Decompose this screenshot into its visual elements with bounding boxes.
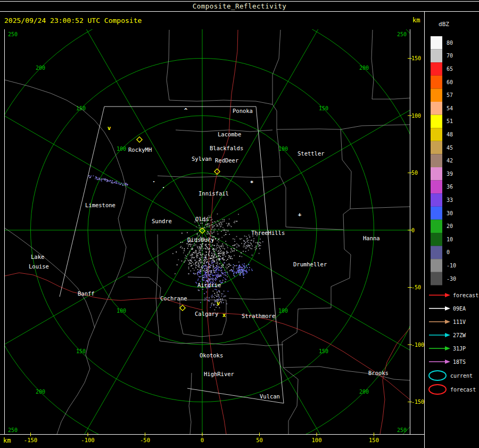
radar-echo bbox=[104, 179, 105, 180]
dbz-swatch bbox=[431, 181, 442, 194]
radar-echo bbox=[214, 245, 215, 246]
radar-echo bbox=[95, 176, 96, 177]
ring-distance-label: 100 bbox=[117, 146, 126, 152]
county-boundary bbox=[5, 228, 95, 328]
county-boundary bbox=[350, 207, 410, 209]
radar-echo bbox=[211, 297, 212, 298]
radar-echo bbox=[222, 219, 223, 221]
radar-echo bbox=[218, 266, 219, 267]
radar-echo bbox=[226, 232, 227, 233]
town-label: Didsbury bbox=[187, 237, 214, 243]
radar-echo bbox=[200, 248, 201, 249]
range-ring bbox=[0, 0, 479, 448]
radar-echo bbox=[233, 275, 234, 276]
radar-echo bbox=[201, 259, 202, 260]
radar-echo bbox=[217, 259, 218, 260]
radar-echo bbox=[195, 251, 196, 252]
radar-echo bbox=[234, 255, 235, 256]
radar-echo bbox=[209, 227, 210, 228]
radar-echo bbox=[242, 267, 243, 268]
radar-echo bbox=[260, 245, 261, 246]
radar-echo bbox=[177, 264, 178, 265]
county-boundary bbox=[277, 129, 286, 227]
radar-echo bbox=[245, 242, 246, 243]
radar-echo bbox=[202, 247, 203, 248]
radar-echo bbox=[240, 271, 241, 272]
azimuth-spoke bbox=[32, 0, 202, 230]
radar-echo bbox=[207, 224, 208, 225]
storm-vector-arrowhead-icon bbox=[445, 346, 450, 351]
radar-echo bbox=[185, 257, 186, 258]
radar-echo bbox=[219, 297, 220, 298]
radar-echo bbox=[188, 264, 189, 265]
radar-echo bbox=[217, 243, 218, 245]
radar-echo bbox=[207, 267, 208, 268]
radar-echo bbox=[204, 257, 205, 258]
radar-echo bbox=[212, 295, 213, 296]
bottom-axis-label: 50 bbox=[256, 437, 263, 443]
town-label: Lacombe bbox=[218, 131, 241, 137]
radar-echo bbox=[216, 307, 217, 308]
radar-echo bbox=[227, 246, 228, 247]
radar-echo bbox=[121, 183, 122, 184]
dbz-value: 80 bbox=[447, 40, 453, 46]
radar-echo bbox=[251, 248, 252, 249]
ring-distance-label: 250 bbox=[397, 427, 407, 433]
radar-echo bbox=[209, 250, 210, 251]
radar-echo bbox=[204, 271, 205, 272]
radar-echo bbox=[196, 255, 197, 256]
county-boundary bbox=[158, 176, 280, 177]
radar-echo bbox=[234, 276, 235, 277]
radar-echo bbox=[97, 179, 98, 180]
radar-echo bbox=[226, 244, 227, 245]
radar-echo bbox=[235, 245, 236, 246]
radar-echo bbox=[115, 183, 117, 184]
radar-echo bbox=[236, 250, 237, 251]
radar-echo bbox=[123, 183, 125, 184]
radar-echo bbox=[192, 249, 193, 250]
radar-echo bbox=[246, 236, 247, 237]
radar-echo bbox=[209, 248, 210, 249]
radar-echo bbox=[238, 214, 239, 215]
radar-echo bbox=[196, 252, 197, 254]
county-boundary bbox=[282, 342, 298, 434]
radar-echo bbox=[208, 269, 209, 270]
radar-echo bbox=[209, 217, 210, 218]
radar-echo bbox=[224, 252, 225, 253]
radar-echo bbox=[222, 222, 224, 223]
radar-echo bbox=[200, 273, 201, 274]
radar-echo bbox=[207, 297, 208, 298]
radar-echo bbox=[200, 227, 201, 229]
radar-echo bbox=[221, 222, 222, 223]
radar-echo bbox=[251, 244, 252, 245]
radar-echo bbox=[212, 258, 213, 259]
county-boundary bbox=[372, 98, 410, 99]
radar-echo bbox=[253, 238, 254, 239]
radar-echo bbox=[195, 267, 196, 268]
radar-echo bbox=[228, 266, 229, 267]
radar-display[interactable]: 1001001001001501501501502002002002002502… bbox=[0, 0, 479, 448]
radar-echo bbox=[252, 246, 253, 247]
radar-echo bbox=[213, 256, 214, 257]
radar-echo bbox=[231, 256, 232, 257]
radar-echo bbox=[234, 223, 235, 224]
radar-echo bbox=[238, 272, 240, 273]
radar-echo bbox=[187, 232, 188, 233]
radar-echo bbox=[244, 235, 245, 237]
radar-echo bbox=[195, 267, 196, 268]
radar-echo bbox=[213, 253, 214, 254]
radar-echo bbox=[203, 266, 204, 267]
radar-echo bbox=[242, 264, 243, 265]
radar-echo bbox=[244, 266, 245, 267]
radar-echo bbox=[252, 270, 253, 271]
radar-echo bbox=[224, 248, 225, 249]
radar-echo bbox=[194, 245, 195, 246]
radar-echo bbox=[230, 258, 232, 259]
radar-echo bbox=[210, 258, 211, 259]
radar-echo bbox=[199, 225, 200, 226]
radar-echo bbox=[112, 181, 113, 182]
radar-echo bbox=[182, 248, 183, 249]
radar-echo bbox=[200, 223, 201, 224]
radar-echo bbox=[210, 272, 211, 273]
radar-echo bbox=[207, 226, 208, 227]
